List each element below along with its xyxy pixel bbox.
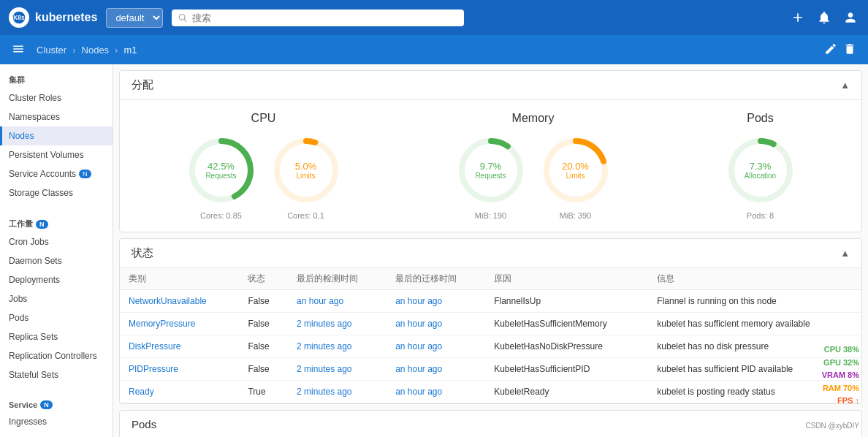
pods-gauge-pair: 7.3% Allocation Pods: 8 (724, 134, 797, 220)
sidebar-item-cluster-roles[interactable]: Cluster Roles (0, 88, 113, 107)
table-row: PIDPressure False 2 minutes ago an hour … (120, 358, 861, 381)
status-reason: KubeletHasSufficientPID (485, 358, 648, 381)
status-type: MemoryPressure (120, 313, 239, 335)
col-message: 信息 (648, 268, 861, 290)
status-section: 状态 ▲ 类别 状态 最后的检测时间 最后的迁移时间 原因 信息 Network… (119, 238, 862, 404)
status-toggle[interactable]: ▲ (840, 248, 850, 259)
cpu-limits-value: 5.0% (295, 161, 317, 172)
allocation-toggle[interactable]: ▲ (840, 80, 850, 91)
status-message: Flannel is running on this node (648, 290, 861, 313)
service-section: Service N Ingresses Services (0, 390, 113, 437)
sidebar-item-jobs[interactable]: Jobs (0, 289, 113, 308)
stat-fps: FPS ↑ (822, 395, 859, 408)
sidebar-item-persistent-volumes[interactable]: Persistent Volumes (0, 145, 113, 164)
pods-value: 7.3% (745, 161, 776, 172)
stat-gpu: GPU 32% (822, 357, 859, 370)
sidebar-item-storage-classes[interactable]: Storage Classes (0, 183, 113, 202)
cpu-gauge-group: CPU 42.5% Requests (185, 112, 343, 220)
col-reason: 原因 (485, 268, 648, 290)
status-type: NetworkUnavailable (120, 290, 239, 313)
memory-gauge-pair: 9.7% Requests MiB: 190 (454, 134, 612, 220)
cpu-gauge-pair: 42.5% Requests Cores: 0.85 (185, 134, 343, 220)
workload-badge: N (36, 220, 48, 229)
mem-requests-label: Requests (475, 172, 506, 180)
status-title: 状态 (132, 246, 153, 260)
stat-cpu: CPU 38% (822, 343, 859, 357)
user-avatar-icon[interactable] (842, 9, 859, 26)
status-status: False (239, 290, 288, 313)
cpu-requests-gauge: 42.5% Requests Cores: 0.85 (185, 134, 258, 220)
mem-requests-bottom: MiB: 190 (475, 211, 506, 220)
sidebar-item-daemon-sets[interactable]: Daemon Sets (0, 251, 113, 270)
search-bar (172, 10, 464, 26)
sidebar-item-namespaces[interactable]: Namespaces (0, 107, 113, 126)
status-last-probe: 2 minutes ago (288, 313, 387, 335)
sidebar-item-ingresses[interactable]: Ingresses (0, 412, 113, 431)
cluster-section: 集群 Cluster Roles Namespaces Nodes Persis… (0, 64, 113, 208)
pods-gauge-group: Pods 7.3% Allocation (724, 112, 797, 220)
memory-gauge-group: Memory 9.7% Requests (454, 112, 612, 220)
sidebar-item-deployments[interactable]: Deployments (0, 270, 113, 289)
edit-icon[interactable] (824, 42, 837, 58)
status-last-probe: 2 minutes ago (288, 335, 387, 358)
sidebar-item-pods[interactable]: Pods (0, 308, 113, 327)
breadcrumb-nodes[interactable]: Nodes (82, 45, 110, 56)
cpu-requests-center: 42.5% Requests (205, 161, 236, 180)
table-row: Ready True 2 minutes ago an hour ago Kub… (120, 381, 861, 403)
sidebar-item-replication-controllers[interactable]: Replication Controllers (0, 346, 113, 365)
notification-icon[interactable] (815, 9, 833, 26)
pods-canvas: 7.3% Allocation (724, 134, 797, 207)
gauges-container: CPU 42.5% Requests (120, 100, 861, 232)
table-row: DiskPressure False 2 minutes ago an hour… (120, 335, 861, 358)
sidebar-item-service-accounts[interactable]: Service Accounts N (0, 164, 113, 183)
mem-limits-center: 20.0% Limits (562, 161, 589, 180)
mem-requests-gauge: 9.7% Requests MiB: 190 (454, 134, 528, 220)
search-input[interactable] (192, 12, 459, 23)
table-row: NetworkUnavailable False an hour ago an … (120, 290, 861, 313)
service-badge: N (40, 400, 53, 409)
breadcrumb-cluster[interactable]: Cluster (37, 45, 66, 56)
cluster-section-title: 集群 (0, 70, 113, 88)
status-last-probe: an hour ago (288, 290, 387, 313)
allocation-title: 分配 (132, 78, 153, 92)
status-table: 类别 状态 最后的检测时间 最后的迁移时间 原因 信息 NetworkUnava… (120, 268, 861, 403)
watermark: CSDN @xybDIY (806, 422, 860, 430)
menu-icon[interactable] (12, 42, 25, 58)
mem-limits-canvas: 20.0% Limits (539, 134, 612, 207)
sidebar-item-replica-sets[interactable]: Replica Sets (0, 327, 113, 346)
topbar: K8s kubernetes default (0, 0, 868, 35)
cpu-limits-bottom: Cores: 0.1 (287, 211, 324, 220)
svg-line-3 (184, 19, 186, 21)
status-last-transition: an hour ago (387, 335, 485, 358)
cpu-limits-gauge: 5.0% Limits Cores: 0.1 (270, 134, 343, 220)
logo-text: kubernetes (35, 11, 97, 24)
breadcrumb-bar: Cluster › Nodes › m1 (0, 35, 868, 64)
logo: K8s kubernetes (9, 7, 97, 28)
sidebar-item-services[interactable]: Services (0, 431, 113, 437)
delete-icon[interactable] (843, 42, 856, 58)
service-accounts-badge: N (79, 170, 91, 178)
pods-bottom: Pods: 8 (747, 211, 774, 220)
sidebar-item-stateful-sets[interactable]: Stateful Sets (0, 365, 113, 384)
status-reason: KubeletHasNoDiskPressure (485, 335, 648, 358)
topbar-actions (789, 9, 859, 26)
sidebar-item-cron-jobs[interactable]: Cron Jobs (0, 232, 113, 251)
status-last-probe: 2 minutes ago (288, 358, 387, 381)
namespace-select[interactable]: default (106, 8, 163, 28)
sidebar-item-nodes[interactable]: Nodes (0, 126, 113, 145)
add-icon[interactable] (789, 9, 807, 26)
allocation-header: 分配 ▲ (120, 71, 861, 100)
table-row: MemoryPressure False 2 minutes ago an ho… (120, 313, 861, 335)
workload-section: 工作量 N Cron Jobs Daemon Sets Deployments … (0, 208, 113, 390)
cpu-limits-canvas: 5.0% Limits (270, 134, 343, 207)
breadcrumb-sep2: › (115, 45, 118, 56)
cpu-requests-bottom: Cores: 0.85 (200, 211, 242, 220)
logo-icon: K8s (9, 7, 29, 28)
status-status: False (239, 313, 288, 335)
status-status: True (239, 381, 288, 403)
status-last-transition: an hour ago (387, 358, 485, 381)
pods-section: Pods 名字 命名空间 标签 节点 状态 重量 CPU 使用率 (cores)… (119, 410, 862, 437)
status-reason: FlannelIsUp (485, 290, 648, 313)
workload-section-title: 工作量 N (0, 214, 113, 232)
floating-stats: CPU 38% GPU 32% VRAM 8% RAM 70% FPS ↑ (822, 343, 859, 408)
